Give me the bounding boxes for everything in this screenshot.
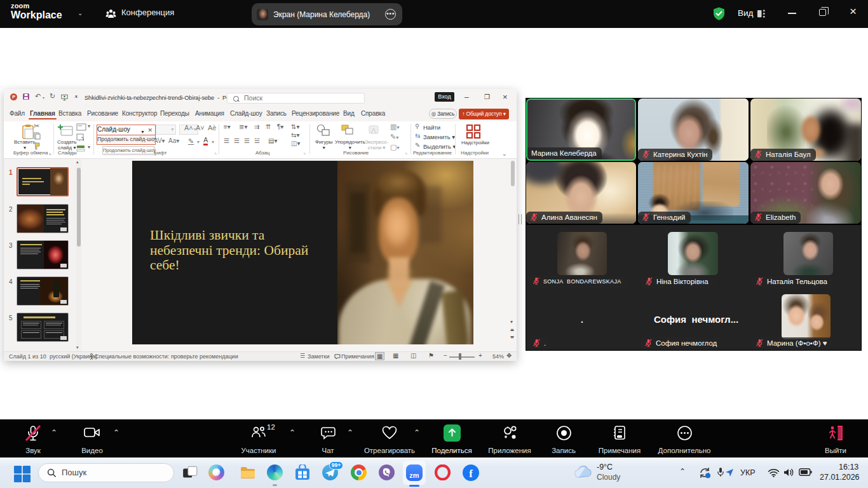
svg-text:P: P [12, 95, 15, 99]
